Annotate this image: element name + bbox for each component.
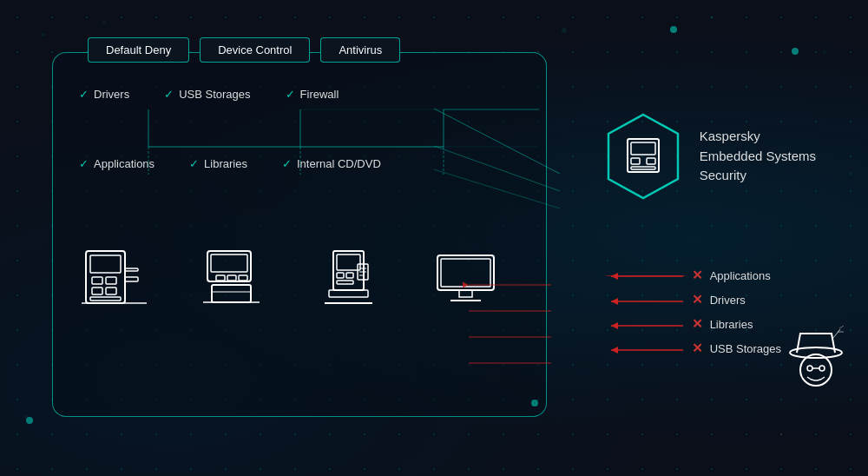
x-mark-applications: ✕ bbox=[692, 268, 703, 283]
blocked-section: ✕ Applications ✕ Drivers bbox=[607, 268, 781, 356]
kaspersky-hex bbox=[604, 113, 682, 200]
blocked-label-usb: USB Storages bbox=[710, 342, 781, 355]
svg-rect-42 bbox=[212, 285, 251, 302]
svg-point-0 bbox=[42, 33, 45, 36]
svg-rect-48 bbox=[346, 273, 353, 278]
svg-rect-12 bbox=[712, 400, 781, 443]
tab-antivirus[interactable]: Antivirus bbox=[320, 37, 400, 63]
check-icon-firewall: ✓ bbox=[286, 88, 295, 101]
check-icon-drivers: ✓ bbox=[79, 88, 89, 101]
deco-dot-2 bbox=[792, 48, 799, 55]
blocked-items: ✕ Applications ✕ Drivers bbox=[607, 268, 781, 356]
svg-point-4 bbox=[823, 50, 826, 54]
deco-dot-3 bbox=[26, 417, 33, 424]
svg-rect-70 bbox=[631, 158, 640, 164]
feature-cd: ✓ Internal CD/DVD bbox=[282, 157, 381, 170]
device-atm bbox=[79, 244, 148, 314]
svg-rect-37 bbox=[207, 251, 251, 281]
kaspersky-section: Kaspersky Embedded Systems Security bbox=[604, 113, 816, 200]
svg-rect-40 bbox=[227, 275, 236, 281]
feature-drivers: ✓ Drivers bbox=[79, 88, 129, 101]
svg-point-2 bbox=[562, 28, 567, 33]
hex-svg bbox=[604, 113, 682, 200]
svg-rect-28 bbox=[90, 255, 121, 273]
check-icon-usb: ✓ bbox=[164, 88, 174, 101]
svg-rect-41 bbox=[239, 275, 247, 281]
left-panel: Default Deny Device Control Antivirus ✓ … bbox=[52, 52, 547, 417]
features-top-row: ✓ Drivers ✓ USB Storages ✓ Firewall bbox=[79, 88, 339, 101]
blocked-item-libraries: ✕ Libraries bbox=[607, 316, 781, 332]
feature-firewall: ✓ Firewall bbox=[286, 88, 339, 101]
tab-device-control[interactable]: Device Control bbox=[200, 37, 310, 63]
svg-rect-46 bbox=[337, 255, 360, 270]
svg-marker-80 bbox=[611, 347, 618, 354]
svg-marker-78 bbox=[611, 322, 618, 329]
kaspersky-label: Kaspersky Embedded Systems Security bbox=[700, 127, 816, 186]
svg-rect-38 bbox=[211, 255, 247, 272]
svg-rect-34 bbox=[125, 268, 138, 271]
blocked-label-applications: Applications bbox=[710, 269, 771, 282]
svg-rect-58 bbox=[459, 290, 472, 297]
svg-point-84 bbox=[819, 366, 825, 371]
check-icon-applications: ✓ bbox=[79, 157, 89, 170]
svg-point-5 bbox=[849, 172, 852, 175]
x-mark-drivers: ✕ bbox=[692, 292, 703, 307]
blocked-label-libraries: Libraries bbox=[710, 318, 753, 331]
x-mark-libraries: ✕ bbox=[692, 316, 703, 332]
svg-marker-74 bbox=[611, 273, 618, 280]
blocked-arrow-applications bbox=[607, 271, 685, 281]
feature-drivers-label: Drivers bbox=[94, 88, 129, 101]
svg-rect-72 bbox=[631, 167, 655, 169]
svg-rect-31 bbox=[92, 288, 102, 294]
features-bottom-row: ✓ Applications ✓ Libraries ✓ Internal CD… bbox=[79, 157, 381, 170]
svg-rect-50 bbox=[329, 290, 368, 297]
tab-default-deny[interactable]: Default Deny bbox=[88, 37, 189, 63]
svg-point-7 bbox=[779, 433, 783, 436]
device-display bbox=[431, 244, 500, 314]
feature-applications-label: Applications bbox=[94, 157, 155, 170]
svg-point-3 bbox=[710, 16, 713, 19]
device-pos bbox=[196, 244, 266, 314]
blocked-item-drivers: ✕ Drivers bbox=[607, 292, 781, 307]
svg-marker-67 bbox=[608, 115, 678, 198]
blocked-item-usb: ✕ USB Storages bbox=[607, 340, 781, 356]
svg-rect-32 bbox=[106, 288, 116, 294]
x-mark-usb: ✕ bbox=[692, 340, 703, 356]
svg-rect-47 bbox=[337, 273, 344, 278]
blocked-arrow-libraries bbox=[607, 321, 685, 331]
feature-usb: ✓ USB Storages bbox=[164, 88, 250, 101]
feature-libraries-label: Libraries bbox=[204, 157, 247, 170]
blocked-arrow-usb bbox=[607, 345, 685, 355]
feature-applications: ✓ Applications bbox=[79, 157, 155, 170]
feature-cd-label: Internal CD/DVD bbox=[297, 157, 381, 170]
svg-rect-29 bbox=[92, 277, 102, 284]
feature-firewall-label: Firewall bbox=[300, 88, 339, 101]
svg-rect-33 bbox=[90, 297, 121, 301]
svg-point-83 bbox=[807, 366, 812, 371]
deco-dot-4 bbox=[531, 400, 538, 407]
svg-point-1 bbox=[102, 20, 106, 23]
svg-marker-76 bbox=[611, 298, 618, 305]
check-icon-libraries: ✓ bbox=[189, 157, 199, 170]
svg-rect-57 bbox=[441, 259, 490, 287]
deco-dot-1 bbox=[670, 26, 677, 33]
svg-line-86 bbox=[833, 329, 840, 338]
svg-rect-71 bbox=[647, 158, 655, 164]
feature-libraries: ✓ Libraries bbox=[189, 157, 247, 170]
tabs-row: Default Deny Device Control Antivirus bbox=[88, 37, 400, 63]
svg-rect-30 bbox=[106, 277, 116, 284]
connector-lines bbox=[53, 53, 546, 416]
check-icon-cd: ✓ bbox=[282, 157, 292, 170]
hacker-icon-container bbox=[781, 325, 851, 407]
feature-usb-label: USB Storages bbox=[179, 88, 250, 101]
device-kiosk bbox=[313, 244, 383, 314]
svg-rect-39 bbox=[216, 275, 225, 281]
main-container: Default Deny Device Control Antivirus ✓ … bbox=[0, 0, 868, 476]
blocked-arrow-drivers bbox=[607, 296, 685, 307]
svg-rect-56 bbox=[437, 255, 494, 290]
blocked-label-drivers: Drivers bbox=[710, 294, 746, 307]
blocked-item-applications: ✕ Applications bbox=[607, 268, 781, 283]
svg-rect-35 bbox=[125, 277, 138, 281]
svg-rect-69 bbox=[631, 142, 655, 155]
svg-line-88 bbox=[839, 326, 844, 328]
